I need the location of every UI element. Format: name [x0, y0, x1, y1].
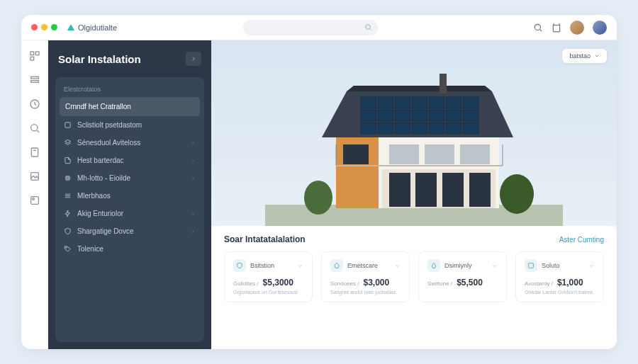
metric-card[interactable]: Bsitstion Gulidites / $5,3000 Orgonacace…	[224, 251, 313, 302]
svg-rect-37	[463, 110, 478, 121]
topbar: Olgidutialte	[21, 15, 617, 40]
metric-price: $5,500	[457, 278, 483, 288]
tag-icon	[64, 245, 72, 253]
sidebar-item-label: Shargatige Dovce	[77, 227, 134, 235]
sidebar-item[interactable]: Akig Enturiolor	[55, 205, 204, 222]
metric-label: Soluto	[542, 262, 584, 269]
svg-rect-11	[30, 197, 38, 205]
cart-icon[interactable]	[552, 23, 561, 33]
sidebar-item-label: Hest barterdac	[77, 157, 124, 164]
metric-sub: Gulidites /	[233, 280, 259, 287]
layers-icon[interactable]	[29, 74, 40, 86]
document-icon[interactable]	[29, 147, 40, 158]
metric-desc: Obadar Lanter Ovidion't trairea	[525, 290, 595, 295]
svg-rect-9	[31, 148, 38, 157]
album-icon[interactable]	[29, 195, 40, 206]
collapse-button[interactable]	[186, 52, 201, 66]
svg-point-12	[32, 198, 34, 200]
svg-point-16	[66, 247, 67, 248]
sidebar-item[interactable]: Mlerbhaos	[55, 187, 204, 205]
metric-label: Bsitstion	[250, 262, 293, 269]
layers-icon	[64, 139, 72, 147]
menu-icon	[64, 192, 72, 200]
sidebar-item[interactable]: Hest barterdac	[55, 152, 204, 169]
sidebar-item-label: Mh-lotto - Eioilde	[77, 174, 130, 182]
svg-point-1	[535, 24, 540, 30]
brand-logo-icon	[67, 24, 74, 30]
sidebar-section-label: Elestcrotatos	[55, 83, 204, 97]
chevron-right-icon	[190, 140, 196, 146]
sidebar-item[interactable]: Shargatige Dovce	[55, 222, 204, 240]
arrow-right-icon	[190, 55, 197, 62]
box-icon	[64, 121, 72, 129]
body: Solar Instalation Elestcrotatos Crnndf h…	[21, 40, 617, 349]
metric-card[interactable]: Emetscare Sondoees / $3,000 Sangree ando…	[321, 251, 410, 302]
sidebar-item-label: Tolenice	[77, 245, 103, 253]
hero-image: batstao	[211, 40, 617, 226]
svg-rect-6	[30, 81, 38, 83]
minimize-window-icon[interactable]	[41, 24, 47, 30]
sidebar-item[interactable]: Tolenice	[55, 240, 204, 258]
search-icon[interactable]	[533, 23, 543, 33]
svg-rect-24	[361, 97, 376, 108]
svg-rect-51	[442, 173, 464, 207]
svg-rect-49	[389, 173, 410, 207]
sidebar-item[interactable]: Sénesduol Aviteloss	[55, 134, 204, 152]
metrics-row: Bsitstion Gulidites / $5,3000 Orgonacace…	[224, 251, 604, 302]
search-icon[interactable]	[29, 123, 40, 134]
chevron-down-icon	[297, 263, 303, 269]
svg-rect-44	[463, 123, 478, 134]
sidebar-item-label: Sénesduol Aviteloss	[77, 139, 140, 147]
sidebar-item[interactable]: Sclistiolt psetdastom	[55, 116, 204, 134]
svg-rect-15	[67, 177, 69, 179]
dashboard-icon[interactable]	[29, 50, 40, 62]
search-icon	[364, 23, 372, 31]
svg-marker-22	[347, 86, 492, 91]
svg-rect-52	[469, 173, 491, 207]
metric-label: Dsimiynly	[444, 262, 487, 269]
svg-rect-30	[463, 97, 478, 108]
svg-rect-13	[65, 123, 70, 127]
summary-link[interactable]: Aster Cumting	[559, 236, 604, 244]
svg-rect-5	[30, 76, 38, 79]
app-window: Olgidutialte Solar Instalation	[21, 15, 617, 349]
maximize-window-icon[interactable]	[51, 24, 57, 30]
svg-rect-40	[395, 123, 410, 134]
svg-rect-10	[30, 173, 38, 181]
metric-price: $1,000	[557, 278, 583, 288]
chevron-right-icon	[190, 229, 196, 234]
svg-rect-41	[412, 123, 427, 134]
svg-rect-39	[378, 123, 393, 134]
shield-icon	[233, 259, 246, 272]
svg-rect-58	[529, 263, 534, 268]
image-icon[interactable]	[29, 171, 40, 182]
filter-dropdown[interactable]: batstao	[562, 49, 607, 63]
avatar[interactable]	[570, 21, 584, 35]
svg-rect-32	[378, 110, 393, 121]
summary-card: Soar Intatatalalation Aster Cumting Bsit…	[211, 226, 617, 349]
clock-icon[interactable]	[29, 98, 40, 110]
svg-rect-27	[412, 97, 427, 108]
metric-sub: Avostardy /	[525, 280, 553, 287]
metric-card[interactable]: Dsimiynly Swittone / $5,500	[418, 251, 507, 302]
search-input[interactable]	[243, 20, 378, 35]
sidebar-item-label: Crnndf het Cratrallon	[65, 103, 131, 110]
sidebar-item-label: Akig Enturiolor	[77, 210, 123, 217]
close-window-icon[interactable]	[31, 24, 38, 30]
summary-title: Soar Intatatalalation	[224, 234, 306, 244]
chevron-right-icon	[190, 211, 196, 217]
svg-rect-35	[429, 110, 444, 121]
sidebar: Solar Instalation Elestcrotatos Crnndf h…	[48, 40, 211, 349]
chevron-down-icon	[588, 263, 595, 269]
sidebar-item[interactable]: Mh-lotto - Eioilde	[55, 169, 204, 187]
metric-price: $5,3000	[263, 278, 293, 288]
sidebar-item[interactable]: Crnndf het Cratrallon	[60, 97, 200, 116]
avatar[interactable]	[593, 21, 607, 35]
svg-rect-2	[30, 52, 34, 55]
leaf-icon	[330, 259, 343, 272]
metric-desc: Orgonacace on Gul tesessod	[233, 290, 303, 295]
metric-card[interactable]: Soluto Avostardy / $1,000 Obadar Lanter …	[515, 251, 604, 302]
metric-price: $3,000	[363, 278, 389, 288]
svg-rect-26	[395, 97, 410, 108]
svg-rect-47	[425, 144, 454, 164]
